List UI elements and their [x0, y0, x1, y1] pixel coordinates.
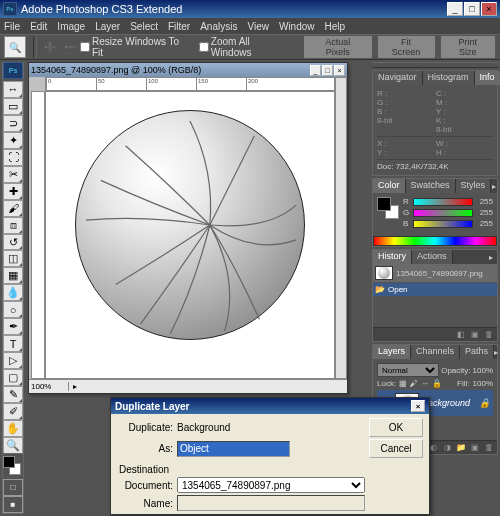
zoom-in-icon[interactable]: ➕: [40, 38, 60, 57]
brush-tool[interactable]: 🖌: [3, 200, 23, 217]
menu-image[interactable]: Image: [57, 21, 85, 32]
maximize-button[interactable]: □: [464, 2, 480, 16]
menu-view[interactable]: View: [247, 21, 269, 32]
crop-tool[interactable]: ⛶: [3, 149, 23, 166]
shape-tool[interactable]: ▢: [3, 369, 23, 386]
b-slider[interactable]: [413, 220, 473, 228]
history-snapshot[interactable]: 1354065_74890897.png: [373, 264, 497, 282]
marquee-tool[interactable]: ▭: [3, 98, 23, 115]
tool-preset-picker[interactable]: 🔍: [4, 36, 26, 58]
tab-styles[interactable]: Styles: [456, 179, 492, 193]
tab-channels[interactable]: Channels: [411, 345, 460, 359]
minimize-button[interactable]: _: [447, 2, 463, 16]
blur-tool[interactable]: 💧: [3, 284, 23, 301]
dialog-close-button[interactable]: ×: [411, 400, 425, 412]
document-select[interactable]: 1354065_74890897.png: [177, 477, 365, 493]
menu-select[interactable]: Select: [130, 21, 158, 32]
tab-histogram[interactable]: Histogram: [423, 71, 475, 85]
menu-help[interactable]: Help: [325, 21, 346, 32]
r-slider[interactable]: [413, 198, 473, 206]
document-window[interactable]: 1354065_74890897.png @ 100% (RGB/8) _ □ …: [28, 62, 348, 394]
tab-history[interactable]: History: [373, 250, 412, 264]
gradient-tool[interactable]: ▦: [3, 267, 23, 284]
adjustment-layer-icon[interactable]: ◑: [441, 443, 453, 453]
wand-tool[interactable]: ✦: [3, 132, 23, 149]
tab-navigator[interactable]: Navigator: [373, 71, 423, 85]
fill-value[interactable]: 100%: [473, 379, 493, 388]
stamp-tool[interactable]: ⧈: [3, 217, 23, 234]
tab-swatches[interactable]: Swatches: [406, 179, 456, 193]
scrollbar-vertical[interactable]: [335, 77, 347, 379]
duplicate-layer-dialog[interactable]: Duplicate Layer × Duplicate: Background …: [110, 397, 430, 515]
tab-layers[interactable]: Layers: [373, 345, 411, 359]
opacity-label: Opacity:: [441, 366, 470, 375]
name-input[interactable]: [177, 495, 365, 511]
screen-mode-standard[interactable]: □: [3, 479, 23, 496]
lasso-tool[interactable]: ⊃: [3, 115, 23, 132]
zoom-level[interactable]: 100%: [29, 382, 69, 391]
tab-info[interactable]: Info: [475, 71, 500, 85]
history-state-open[interactable]: 📂 Open: [373, 283, 497, 296]
heal-tool[interactable]: ✚: [3, 183, 23, 200]
ok-button[interactable]: OK: [369, 418, 423, 437]
doc-maximize-button[interactable]: □: [322, 65, 333, 76]
tab-actions[interactable]: Actions: [412, 250, 453, 264]
close-button[interactable]: ×: [481, 2, 497, 16]
fit-screen-button[interactable]: Fit Screen: [377, 35, 436, 59]
opacity-value[interactable]: 100%: [473, 366, 493, 375]
eraser-tool[interactable]: ◫: [3, 250, 23, 267]
new-snapshot-icon[interactable]: ◧: [455, 330, 467, 340]
as-input[interactable]: [177, 441, 290, 457]
ruler-horizontal[interactable]: 050100150200250300350400450: [45, 77, 335, 91]
blend-mode-select[interactable]: Normal: [377, 363, 439, 377]
doc-minimize-button[interactable]: _: [310, 65, 321, 76]
resize-windows-checkbox[interactable]: Resize Windows To Fit: [80, 36, 193, 58]
g-slider[interactable]: [413, 209, 473, 217]
zoom-all-checkbox[interactable]: Zoom All Windows: [199, 36, 293, 58]
menu-edit[interactable]: Edit: [30, 21, 47, 32]
path-select-tool[interactable]: ▷: [3, 352, 23, 369]
slice-tool[interactable]: ✂: [3, 166, 23, 183]
menu-window[interactable]: Window: [279, 21, 315, 32]
pen-tool[interactable]: ✒: [3, 318, 23, 335]
notes-tool[interactable]: ✎: [3, 386, 23, 403]
new-document-icon[interactable]: ▣: [469, 330, 481, 340]
menu-layer[interactable]: Layer: [95, 21, 120, 32]
cancel-button[interactable]: Cancel: [369, 439, 423, 458]
panel-menu-icon[interactable]: ▸: [494, 345, 498, 359]
print-size-button[interactable]: Print Size: [440, 35, 496, 59]
canvas[interactable]: [45, 91, 335, 379]
ruler-vertical[interactable]: [31, 91, 45, 379]
menu-analysis[interactable]: Analysis: [200, 21, 237, 32]
tab-color[interactable]: Color: [373, 179, 406, 193]
fg-color-swatch[interactable]: [377, 197, 391, 211]
new-layer-icon[interactable]: ▣: [469, 443, 481, 453]
panel-drag-handle[interactable]: [372, 62, 498, 68]
new-group-icon[interactable]: 📁: [455, 443, 467, 453]
panel-menu-icon[interactable]: ▸: [485, 250, 497, 264]
fg-bg-colors[interactable]: [3, 456, 23, 479]
lock-pixels-icon[interactable]: 🖌: [410, 379, 418, 388]
zoom-out-icon[interactable]: ➖: [60, 38, 80, 57]
lock-all-icon[interactable]: 🔒: [432, 379, 442, 388]
history-brush-tool[interactable]: ↺: [3, 234, 23, 251]
eyedropper-tool[interactable]: ✐: [3, 403, 23, 420]
lock-transparency-icon[interactable]: ▦: [399, 379, 407, 388]
trash-icon[interactable]: 🗑: [483, 330, 495, 340]
menu-filter[interactable]: Filter: [168, 21, 190, 32]
lock-position-icon[interactable]: ↔: [421, 379, 429, 388]
dodge-tool[interactable]: ○: [3, 301, 23, 318]
doc-close-button[interactable]: ×: [334, 65, 345, 76]
color-ramp[interactable]: [373, 236, 497, 246]
delete-layer-icon[interactable]: 🗑: [483, 443, 495, 453]
type-tool[interactable]: T: [3, 335, 23, 352]
fg-color-swatch[interactable]: [3, 456, 15, 468]
zoom-tool[interactable]: 🔍: [3, 437, 23, 454]
actual-pixels-button[interactable]: Actual Pixels: [303, 35, 372, 59]
panel-menu-icon[interactable]: ▸: [491, 179, 497, 193]
screen-mode-quickmask[interactable]: ■: [3, 496, 23, 513]
move-tool[interactable]: ↔: [3, 81, 23, 98]
menu-file[interactable]: File: [4, 21, 20, 32]
tab-paths[interactable]: Paths: [460, 345, 494, 359]
hand-tool[interactable]: ✋: [3, 420, 23, 437]
